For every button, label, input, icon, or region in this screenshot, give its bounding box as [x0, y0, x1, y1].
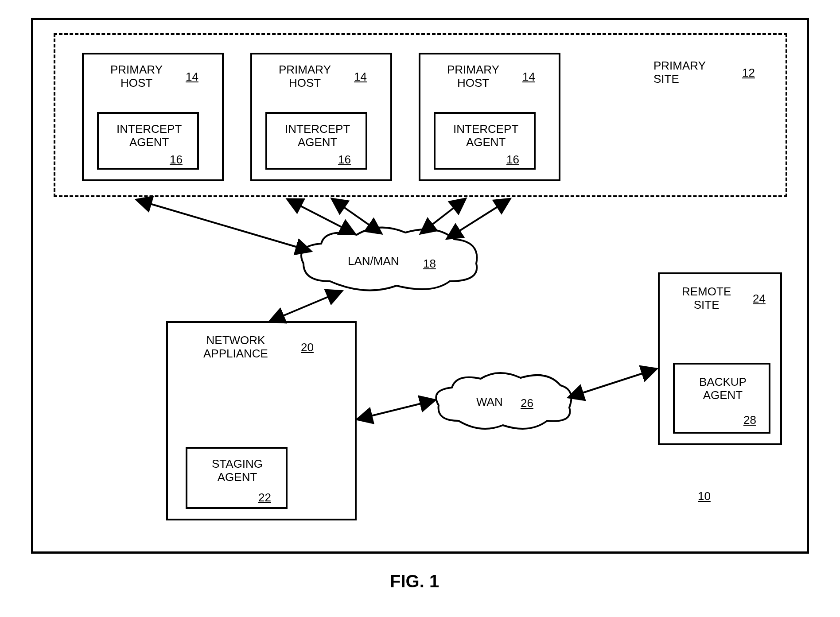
backup-agent-label: BACKUP AGENT — [699, 376, 747, 402]
outer-frame: PRIMARY SITE 12 PRIMARY HOST 14 INTERCEP… — [31, 18, 809, 554]
intercept-agent-ref: 16 — [338, 153, 351, 167]
primary-host-ref: 14 — [354, 70, 367, 84]
wan-label: WAN — [476, 396, 503, 409]
intercept-agent-label: INTERCEPT AGENT — [453, 123, 518, 149]
svg-line-3 — [423, 201, 463, 232]
primary-host-label: PRIMARY HOST — [447, 63, 499, 90]
backup-agent-ref: 28 — [743, 413, 756, 427]
staging-agent-label: STAGING AGENT — [212, 458, 263, 484]
primary-host-ref: 14 — [186, 70, 198, 84]
intercept-agent-label: INTERCEPT AGENT — [117, 123, 182, 149]
primary-host-box: PRIMARY HOST 14 INTERCEPT AGENT 16 — [250, 53, 392, 181]
lan-ref: 18 — [423, 257, 436, 271]
wan-cloud — [428, 370, 578, 436]
network-appliance-box: NETWORK APPLIANCE 20 STAGING AGENT 22 — [166, 321, 357, 520]
remote-site-ref: 24 — [753, 292, 766, 306]
figure-label: FIG. 1 — [390, 571, 439, 591]
svg-line-1 — [290, 201, 352, 233]
intercept-agent-box: INTERCEPT AGENT 16 — [434, 112, 536, 170]
primary-host-box: PRIMARY HOST 14 INTERCEPT AGENT 16 — [82, 53, 224, 181]
lan-label: LAN/MAN — [348, 255, 399, 268]
wan-ref: 26 — [521, 396, 533, 410]
primary-host-label: PRIMARY HOST — [279, 63, 331, 90]
primary-site-ref: 12 — [742, 66, 755, 80]
svg-line-2 — [334, 201, 379, 232]
remote-site-box: REMOTE SITE 24 BACKUP AGENT 28 — [658, 272, 782, 445]
intercept-agent-label: INTERCEPT AGENT — [285, 123, 350, 149]
svg-line-5 — [272, 292, 339, 320]
primary-host-ref: 14 — [522, 70, 535, 84]
diagram-page: PRIMARY SITE 12 PRIMARY HOST 14 INTERCEP… — [0, 0, 840, 617]
svg-line-0 — [140, 201, 308, 250]
primary-site-container: PRIMARY SITE 12 PRIMARY HOST 14 INTERCEP… — [54, 33, 787, 197]
svg-line-7 — [572, 370, 653, 396]
staging-agent-box: STAGING AGENT 22 — [186, 447, 288, 509]
svg-line-4 — [450, 201, 507, 237]
network-appliance-label: NETWORK APPLIANCE — [203, 334, 268, 361]
primary-host-label: PRIMARY HOST — [110, 63, 163, 90]
intercept-agent-box: INTERCEPT AGENT 16 — [265, 112, 367, 170]
primary-site-label: PRIMARY SITE — [653, 59, 706, 86]
intercept-agent-box: INTERCEPT AGENT 16 — [97, 112, 199, 170]
backup-agent-box: BACKUP AGENT 28 — [673, 363, 770, 434]
remote-site-label: REMOTE SITE — [682, 285, 731, 312]
staging-agent-ref: 22 — [258, 491, 271, 504]
overall-ref: 10 — [698, 489, 711, 503]
primary-host-box: PRIMARY HOST 14 INTERCEPT AGENT 16 — [419, 53, 560, 181]
intercept-agent-ref: 16 — [170, 153, 183, 167]
intercept-agent-ref: 16 — [506, 153, 519, 167]
network-appliance-ref: 20 — [301, 341, 314, 354]
svg-line-6 — [360, 401, 432, 419]
